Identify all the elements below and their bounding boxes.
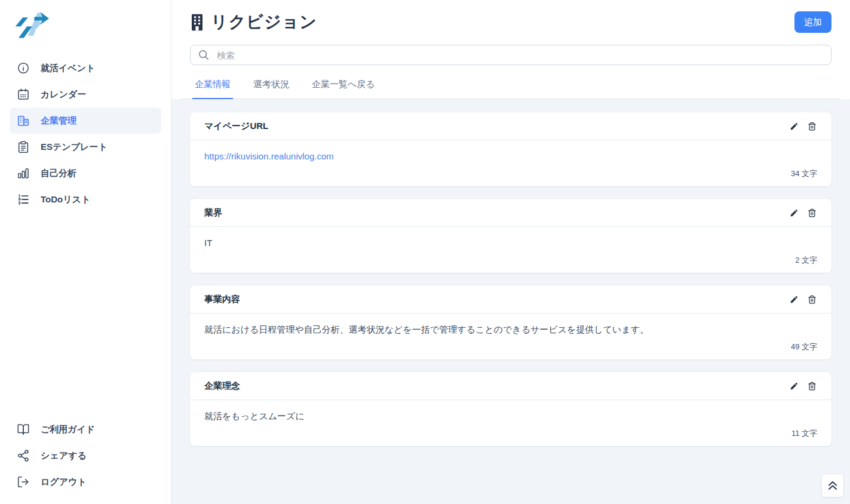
sidebar-footer-item[interactable]: シェアする (10, 442, 161, 469)
guide-book-icon (17, 423, 30, 436)
card-value: 就活における日程管理や自己分析、選考状況などを一括で管理することのできるサービス… (204, 323, 817, 336)
pencil-icon (790, 295, 799, 304)
pencil-icon (790, 208, 799, 217)
sidebar-item[interactable]: ESテンプレート (10, 134, 161, 160)
sidebar-item[interactable]: 自己分析 (10, 160, 161, 186)
edit-button[interactable] (790, 122, 799, 131)
edit-button[interactable] (790, 382, 799, 391)
field-card: 業界 (190, 199, 831, 273)
search-input[interactable] (216, 50, 824, 61)
sidebar-item[interactable]: カレンダー (10, 81, 161, 107)
trash-icon (808, 295, 817, 304)
calendar-icon (17, 88, 30, 101)
card-body: https://rikuvision.realunivlog.com 34 文字 (190, 140, 831, 186)
search-box (190, 45, 831, 65)
card-actions (790, 122, 817, 131)
building-icon (17, 114, 30, 127)
pencil-icon (790, 122, 799, 131)
card-title: マイページURL (204, 121, 268, 132)
card-header: 企業理念 (190, 372, 831, 400)
card-body: 就活における日程管理や自己分析、選考状況などを一括で管理することのできるサービス… (190, 314, 831, 359)
char-count: 34 文字 (204, 168, 817, 179)
logout-icon (17, 475, 30, 488)
sidebar-item-label: 就活イベント (41, 63, 95, 74)
sidebar-item-label: 自己分析 (41, 168, 76, 179)
trash-icon (808, 382, 817, 391)
scroll-to-top-button[interactable] (821, 474, 844, 497)
sidebar-footer-item-label: ご利用ガイド (41, 424, 95, 435)
sidebar-footer-item[interactable]: ログアウト (10, 469, 161, 495)
sidebar-item[interactable]: 就活イベント (10, 55, 161, 81)
sidebar-footer-item-label: シェアする (41, 450, 87, 462)
sidebar-item-label: ToDoリスト (41, 194, 90, 205)
company-building-icon (190, 14, 204, 31)
search-icon (198, 49, 210, 61)
card-body: 就活をもっとスムーズに 11 文字 (190, 400, 831, 446)
sidebar-spacer (0, 213, 171, 416)
field-card: 企業理念 (190, 372, 831, 446)
tab[interactable]: 企業一覧へ戻る (309, 79, 378, 99)
card-header: マイページURL (190, 112, 831, 140)
card-list: マイページURL (171, 99, 850, 504)
delete-button[interactable] (808, 382, 817, 391)
tab-bar: 企業情報 選考状況 企業一覧へ戻る (181, 79, 840, 99)
sidebar-footer-item[interactable]: ご利用ガイド (10, 416, 161, 442)
edit-button[interactable] (790, 208, 799, 217)
bar-chart-icon (17, 167, 30, 180)
card-value: IT (204, 236, 817, 249)
trash-icon (808, 122, 817, 131)
sidebar-item-label: ESテンプレート (41, 142, 108, 153)
sidebar: 就活イベント カレンダー 企業管理 ESテンプレート 自己分析 (0, 0, 171, 504)
char-count: 11 文字 (204, 428, 817, 439)
delete-button[interactable] (808, 208, 817, 217)
card-actions (790, 208, 817, 217)
info-icon (17, 62, 30, 75)
card-actions (790, 295, 817, 304)
char-count: 2 文字 (204, 255, 817, 266)
share-icon (17, 449, 30, 462)
page-title: リクビジョン (211, 11, 317, 33)
card-header: 業界 (190, 199, 831, 227)
field-card: マイページURL (190, 112, 831, 186)
trash-icon (808, 208, 817, 217)
app-logo[interactable] (0, 7, 171, 41)
card-header: 事業内容 (190, 285, 831, 314)
clipboard-icon (17, 140, 30, 153)
sidebar-footer-item-label: ログアウト (41, 477, 87, 488)
sidebar-item[interactable]: ToDoリスト (10, 186, 161, 213)
delete-button[interactable] (808, 295, 817, 304)
card-title: 企業理念 (204, 380, 240, 392)
main-header: リクビジョン 追加 企業情報 選考状況 企業一覧へ戻る (171, 0, 850, 99)
add-button[interactable]: 追加 (794, 11, 831, 33)
card-title: 業界 (204, 207, 222, 219)
card-title: 事業内容 (204, 294, 240, 305)
main-area: リクビジョン 追加 企業情報 選考状況 企業一覧へ戻る (171, 0, 850, 504)
field-card: 事業内容 (190, 285, 831, 359)
sidebar-item-label: 企業管理 (41, 115, 76, 127)
double-chevron-up-icon (826, 479, 839, 492)
sidebar-item[interactable]: 企業管理 (10, 107, 161, 134)
tab[interactable]: 選考状況 (251, 79, 291, 99)
card-body: IT 2 文字 (190, 227, 831, 273)
delete-button[interactable] (808, 122, 817, 131)
app-logo-icon (14, 7, 49, 38)
edit-button[interactable] (790, 295, 799, 304)
card-value: https://rikuvision.realunivlog.com (204, 150, 817, 162)
pencil-icon (790, 382, 799, 391)
card-value: 就活をもっとスムーズに (204, 410, 817, 422)
tab[interactable]: 企業情報 (192, 79, 233, 99)
sidebar-nav: 就活イベント カレンダー 企業管理 ESテンプレート 自己分析 (0, 55, 171, 213)
sidebar-item-label: カレンダー (41, 89, 86, 100)
char-count: 49 文字 (204, 342, 817, 352)
sidebar-footer-nav: ご利用ガイド シェアする ログアウト (0, 416, 171, 495)
todo-list-icon (17, 193, 30, 206)
card-actions (790, 382, 817, 391)
